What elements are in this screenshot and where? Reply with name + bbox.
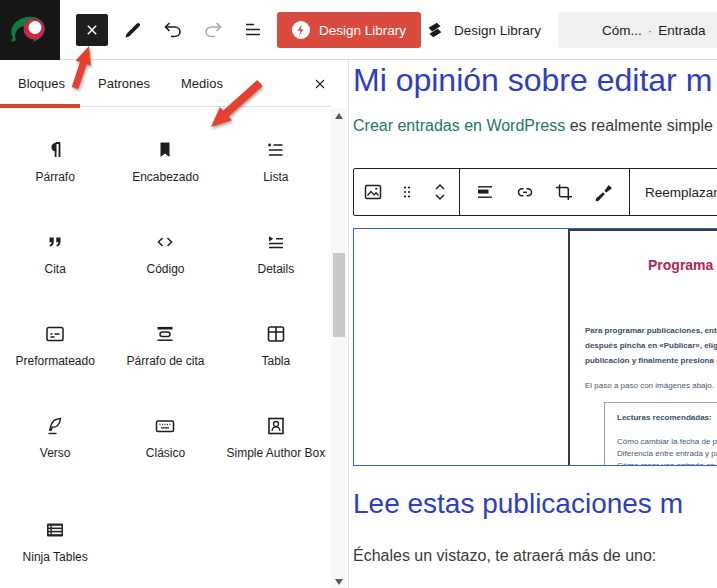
preformatted-icon bbox=[43, 322, 67, 346]
crop-button[interactable] bbox=[550, 178, 578, 206]
block-label: Verso bbox=[40, 446, 71, 462]
undo-icon bbox=[161, 18, 185, 42]
image-block-type-button[interactable] bbox=[359, 178, 387, 206]
close-icon bbox=[82, 20, 102, 40]
replace-button[interactable]: Reemplazar bbox=[630, 169, 717, 215]
bookmark-icon bbox=[153, 138, 177, 162]
block-item-details[interactable]: Details bbox=[221, 214, 331, 306]
stackable-design-library-button[interactable]: Design Library bbox=[424, 12, 541, 48]
bolt-icon bbox=[292, 21, 310, 39]
duotone-brush-icon bbox=[592, 180, 616, 204]
block-item-tabla[interactable]: Tabla bbox=[221, 306, 331, 398]
quote-icon bbox=[43, 230, 67, 254]
block-item-ninja-tables[interactable]: Ninja Tables bbox=[0, 502, 110, 588]
table-icon bbox=[264, 322, 288, 346]
design-library-label: Design Library bbox=[319, 23, 406, 38]
toolbar-group-primary bbox=[354, 169, 460, 215]
block-mover[interactable] bbox=[426, 178, 454, 206]
block-label: Encabezado bbox=[132, 170, 199, 186]
top-toolbar: Design Library Design Library Cóm... · E… bbox=[0, 0, 717, 60]
block-inserter-toggle-button[interactable] bbox=[76, 14, 108, 46]
scrollbar-up-arrow-icon[interactable] bbox=[335, 113, 343, 119]
move-up-down-icon bbox=[428, 180, 452, 204]
block-label: Preformateado bbox=[15, 354, 94, 370]
pullquote-icon bbox=[153, 322, 177, 346]
block-inserter-panel: Bloques Patrones Medios Párrafo Lista En… bbox=[0, 60, 331, 588]
link-button[interactable] bbox=[511, 178, 539, 206]
block-label: Cita bbox=[44, 262, 65, 278]
list-view-icon bbox=[241, 18, 265, 42]
sidebar-scrollbar[interactable] bbox=[331, 108, 347, 588]
pencil-icon bbox=[121, 18, 145, 42]
blocks-grid: Párrafo Lista Encabezado Lista Cita bbox=[0, 122, 331, 588]
list-icon bbox=[264, 138, 288, 162]
image-caption-text: El paso a paso con imágenes abajo. bbox=[585, 381, 714, 390]
selected-image-block[interactable]: Programa Para programar publicaciones, e… bbox=[353, 228, 717, 466]
readings-box-title: Lecturas recomendadas: bbox=[617, 413, 712, 422]
document-type-label: Entrada bbox=[658, 23, 705, 38]
document-title-separator: · bbox=[648, 23, 653, 38]
ninja-tables-icon bbox=[43, 518, 67, 542]
drag-handle[interactable] bbox=[393, 178, 421, 206]
block-label: Lista bbox=[263, 170, 288, 186]
block-label: Código bbox=[146, 262, 184, 278]
intro-paragraph[interactable]: Crear entradas en WordPress es realmente… bbox=[353, 117, 713, 135]
block-item-parrafo-de-cita[interactable]: Párrafo de cita bbox=[110, 306, 220, 398]
design-library-button[interactable]: Design Library bbox=[277, 12, 421, 48]
crop-icon bbox=[552, 180, 576, 204]
block-label: Párrafo de cita bbox=[126, 354, 204, 370]
drag-handle-icon bbox=[395, 180, 419, 204]
details-icon bbox=[264, 230, 288, 254]
active-tab-underline bbox=[0, 104, 80, 108]
block-label: Párrafo bbox=[35, 170, 74, 186]
block-item-simple-author-box[interactable]: Simple Author Box bbox=[221, 398, 331, 502]
section-heading[interactable]: Lee estas publicaciones m bbox=[353, 488, 683, 520]
undo-button[interactable] bbox=[157, 14, 189, 46]
editor-canvas: Mi opinión sobre editar m Crear entradas… bbox=[348, 60, 717, 588]
scrollbar-down-arrow-icon[interactable] bbox=[335, 579, 343, 585]
site-logo[interactable] bbox=[0, 0, 60, 60]
toolbar-group-formatting bbox=[460, 169, 630, 215]
block-item-clasico[interactable]: Clásico bbox=[110, 398, 220, 502]
post-title[interactable]: Mi opinión sobre editar m bbox=[353, 62, 712, 99]
block-item-lista[interactable]: Lista bbox=[221, 122, 331, 214]
stackable-logo-icon bbox=[424, 19, 446, 41]
block-label: Details bbox=[257, 262, 294, 278]
code-icon bbox=[153, 230, 177, 254]
site-logo-icon bbox=[7, 8, 53, 52]
block-item-preformateado[interactable]: Preformateado bbox=[0, 306, 110, 398]
block-label: Ninja Tables bbox=[23, 550, 88, 566]
document-title-pill[interactable]: Cóm... · Entrada Ct bbox=[558, 12, 717, 48]
recommended-readings-box: Lecturas recomendadas: Cómo cambiar la f… bbox=[604, 402, 717, 466]
redo-icon bbox=[201, 18, 225, 42]
close-icon bbox=[312, 76, 328, 92]
redo-button[interactable] bbox=[197, 14, 229, 46]
classic-icon bbox=[153, 414, 177, 438]
section-paragraph[interactable]: Échales un vistazo, te atraerá más de un… bbox=[353, 547, 656, 565]
block-label: Simple Author Box bbox=[226, 446, 325, 462]
align-button[interactable] bbox=[471, 178, 499, 206]
scrollbar-thumb[interactable] bbox=[333, 253, 345, 337]
image-heading: Programa bbox=[648, 257, 713, 273]
intro-link[interactable]: Crear entradas en WordPress bbox=[353, 117, 565, 134]
pilcrow-icon bbox=[43, 138, 67, 162]
author-box-icon bbox=[264, 414, 288, 438]
block-item-parrafo[interactable]: Párrafo bbox=[0, 122, 110, 214]
duotone-filter-button[interactable] bbox=[590, 178, 618, 206]
block-label: Tabla bbox=[261, 354, 290, 370]
align-icon bbox=[473, 180, 497, 204]
block-item-verso[interactable]: Verso bbox=[0, 398, 110, 502]
tab-bloques[interactable]: Bloques bbox=[18, 76, 65, 91]
block-item-cita[interactable]: Cita bbox=[0, 214, 110, 306]
tab-patrones[interactable]: Patrones bbox=[98, 76, 150, 91]
list-view-button[interactable] bbox=[237, 14, 269, 46]
edit-mode-button[interactable] bbox=[117, 14, 149, 46]
stackable-design-library-label: Design Library bbox=[454, 23, 541, 38]
verse-icon bbox=[43, 414, 67, 438]
block-item-encabezado[interactable]: Lista Encabezado bbox=[110, 122, 220, 214]
inserter-close-button[interactable] bbox=[310, 74, 330, 94]
image-inner-panel: Programa Para programar publicaciones, e… bbox=[568, 229, 717, 466]
tab-medios[interactable]: Medios bbox=[181, 76, 223, 91]
link-icon bbox=[513, 180, 537, 204]
block-item-codigo[interactable]: Código bbox=[110, 214, 220, 306]
